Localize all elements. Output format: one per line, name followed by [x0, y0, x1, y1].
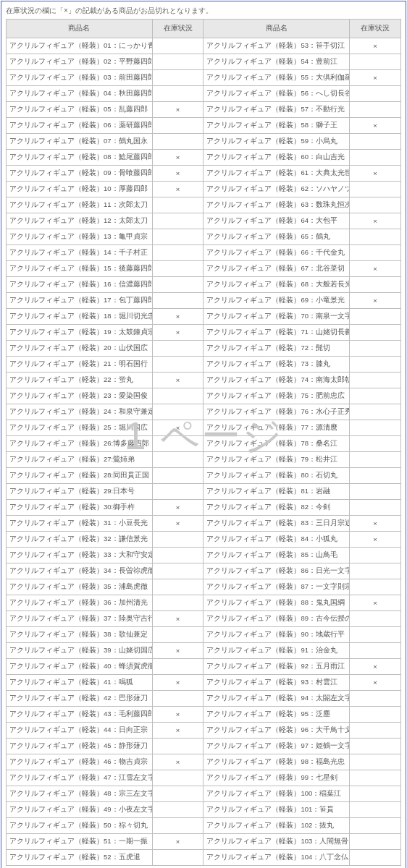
table-row: アクリルフィギュア（軽装）33：大和守安定アクリルフィギュア（軽装）85：山鳥毛 [7, 548, 401, 563]
product-name-cell: アクリルフィギュア（軽装）79：松井江 [204, 452, 350, 468]
table-row: アクリルフィギュア（軽装）21：明石国行アクリルフィギュア（軽装）73：膝丸 [7, 357, 401, 373]
header-stock-left: 在庫状況 [152, 20, 204, 38]
stock-status-cell: × [350, 516, 401, 532]
product-name-cell: アクリルフィギュア（軽装）85：山鳥毛 [204, 548, 350, 563]
stock-status-cell [350, 102, 401, 118]
product-name-cell: アクリルフィギュア（軽装）86：日光一文字 [204, 563, 350, 579]
stock-status-cell [350, 739, 401, 754]
table-row: アクリルフィギュア（軽装）02：平野藤四郎アクリルフィギュア（軽装）54：豊前江 [7, 54, 401, 70]
stock-status-cell [152, 229, 204, 245]
stock-status-cell [350, 404, 401, 420]
stock-status-cell [152, 786, 204, 802]
table-row: アクリルフィギュア（軽装）41：鳴狐×アクリルフィギュア（軽装）93：村雲江× [7, 675, 401, 691]
stock-status-cell [152, 213, 204, 229]
stock-status-cell [350, 134, 401, 150]
stock-status-cell [152, 197, 204, 213]
stock-status-cell [350, 707, 401, 723]
table-header-row: 商品名 在庫状況 商品名 在庫状況 [7, 20, 401, 38]
product-name-cell: アクリルフィギュア（軽装）47：江雪左文字 [7, 770, 153, 786]
stock-status-cell: × [350, 261, 401, 277]
stock-status-cell: × [350, 659, 401, 675]
header-name-right: 商品名 [204, 20, 350, 38]
stock-status-cell [350, 182, 401, 197]
stock-status-cell: × [152, 675, 204, 691]
table-row: アクリルフィギュア（軽装）37：陸奥守吉行×アクリルフィギュア（軽装）89：古今… [7, 611, 401, 627]
product-name-cell: アクリルフィギュア（軽装）30:御手杵 [7, 500, 153, 516]
product-name-cell: アクリルフィギュア（軽装）41：鳴狐 [7, 675, 153, 691]
product-name-cell: アクリルフィギュア（軽装）50：祢々切丸 [7, 818, 153, 834]
stock-status-cell [152, 38, 204, 54]
product-name-cell: アクリルフィギュア（軽装）07：鶴丸国永 [7, 134, 153, 150]
product-name-cell: アクリルフィギュア（軽装）13：亀甲貞宗 [7, 229, 153, 245]
stock-status-cell [350, 786, 401, 802]
stock-status-cell: × [350, 38, 401, 54]
table-row: アクリルフィギュア（軽装）30:御手杵×アクリルフィギュア（軽装）82：今剣 [7, 500, 401, 516]
stock-status-cell [152, 468, 204, 484]
table-row: アクリルフィギュア（軽装）47：江雪左文字アクリルフィギュア（軽装）99：七星剣 [7, 770, 401, 786]
stock-status-cell [152, 277, 204, 293]
stock-status-cell [152, 850, 204, 866]
product-name-cell: アクリルフィギュア（軽装）09：骨喰藤四郎 [7, 166, 153, 182]
stock-status-cell: × [152, 723, 204, 739]
product-name-cell: アクリルフィギュア（軽装）19：太鼓鐘貞宗 [7, 325, 153, 341]
product-name-cell: アクリルフィギュア（軽装）57：不動行光 [204, 102, 350, 118]
stock-status-cell: × [152, 500, 204, 516]
table-row: アクリルフィギュア（軽装）22：蛍丸×アクリルフィギュア（軽装）74：南海太郎朝… [7, 373, 401, 388]
stock-note: 在庫状況の欄に「×」の記載がある商品がお品切れとなります。 [6, 6, 401, 16]
product-name-cell: アクリルフィギュア（軽装）36：加州清光 [7, 595, 153, 611]
table-row: アクリルフィギュア（軽装）13：亀甲貞宗アクリルフィギュア（軽装）65：鶴丸 [7, 229, 401, 245]
product-name-cell: アクリルフィギュア（軽装）64：大包平 [204, 213, 350, 229]
product-name-cell: アクリルフィギュア（軽装）77：源清麿 [204, 420, 350, 436]
stock-status-cell: × [152, 834, 204, 850]
stock-status-cell [152, 436, 204, 452]
product-name-cell: アクリルフィギュア（軽装）78：桑名江 [204, 436, 350, 452]
stock-status-cell [350, 754, 401, 770]
product-name-cell: アクリルフィギュア（軽装）02：平野藤四郎 [7, 54, 153, 70]
product-name-cell: アクリルフィギュア（軽装）89：古今伝授の太刀 [204, 611, 350, 627]
stock-status-cell [350, 579, 401, 595]
stock-status-cell [350, 388, 401, 404]
table-row: アクリルフィギュア（軽装）19：太鼓鐘貞宗×アクリルフィギュア（軽装）71：山姥… [7, 325, 401, 341]
stock-status-cell: × [152, 420, 204, 436]
table-row: アクリルフィギュア（軽装）14：千子村正アクリルフィギュア（軽装）66：千代金丸 [7, 245, 401, 261]
product-name-cell: アクリルフィギュア（軽装）101：笹貫 [204, 802, 350, 818]
product-name-cell: アクリルフィギュア（軽装）31：小豆長光 [7, 516, 153, 532]
stock-status-cell [152, 770, 204, 786]
product-name-cell: アクリルフィギュア（軽装）10：厚藤四郎 [7, 182, 153, 197]
inventory-table: 商品名 在庫状況 商品名 在庫状況 アクリルフィギュア（軽装）01：にっかり青江… [6, 19, 401, 866]
product-name-cell: アクリルフィギュア（軽装）45：静形薙刀 [7, 739, 153, 754]
table-row: アクリルフィギュア（軽装）09：骨喰藤四郎×アクリルフィギュア（軽装）61：大典… [7, 166, 401, 182]
product-name-cell: アクリルフィギュア（軽装）24：和泉守兼定 [7, 404, 153, 420]
product-name-cell: アクリルフィギュア（軽装）96：大千鳥十文字槍 [204, 723, 350, 739]
product-name-cell: アクリルフィギュア（軽装）53：笹手切江 [204, 38, 350, 54]
table-row: アクリルフィギュア（軽装）18：堀川切光忠×アクリルフィギュア（軽装）70：南泉… [7, 309, 401, 325]
stock-status-cell [350, 468, 401, 484]
product-name-cell: アクリルフィギュア（軽装）22：蛍丸 [7, 373, 153, 388]
product-name-cell: アクリルフィギュア（軽装）95：泛塵 [204, 707, 350, 723]
table-row: アクリルフィギュア（軽装）51：一期一振×アクリルフィギュア（軽装）103：人間… [7, 834, 401, 850]
stock-status-cell [350, 420, 401, 436]
stock-status-cell: × [152, 643, 204, 659]
product-name-cell: アクリルフィギュア（軽装）37：陸奥守吉行 [7, 611, 153, 627]
stock-status-cell [152, 404, 204, 420]
product-name-cell: アクリルフィギュア（軽装）06：薬研藤四郎 [7, 118, 153, 134]
product-name-cell: アクリルフィギュア（軽装）56：へし切長谷部 [204, 86, 350, 102]
product-name-cell: アクリルフィギュア（軽装）97：姫鶴一文字 [204, 739, 350, 754]
stock-status-cell [350, 802, 401, 818]
stock-status-cell: × [350, 675, 401, 691]
product-name-cell: アクリルフィギュア（軽装）70：南泉一文字 [204, 309, 350, 325]
stock-status-cell [350, 627, 401, 643]
product-name-cell: アクリルフィギュア（軽装）01：にっかり青江 [7, 38, 153, 54]
product-name-cell: アクリルフィギュア（軽装）59：小烏丸 [204, 134, 350, 150]
stock-status-cell [350, 611, 401, 627]
stock-status-cell [350, 548, 401, 563]
stock-status-cell: × [350, 118, 401, 134]
product-name-cell: アクリルフィギュア（軽装）65：鶴丸 [204, 229, 350, 245]
product-name-cell: アクリルフィギュア（軽装）83：三日月宗近 [204, 516, 350, 532]
product-name-cell: アクリルフィギュア（軽装）63：数珠丸恒次 [204, 197, 350, 213]
product-name-cell: アクリルフィギュア（軽装）68：大般若長光 [204, 277, 350, 293]
stock-status-cell [152, 70, 204, 86]
stock-status-cell [152, 341, 204, 357]
stock-status-cell [152, 261, 204, 277]
product-name-cell: アクリルフィギュア（軽装）81：岩融 [204, 484, 350, 500]
